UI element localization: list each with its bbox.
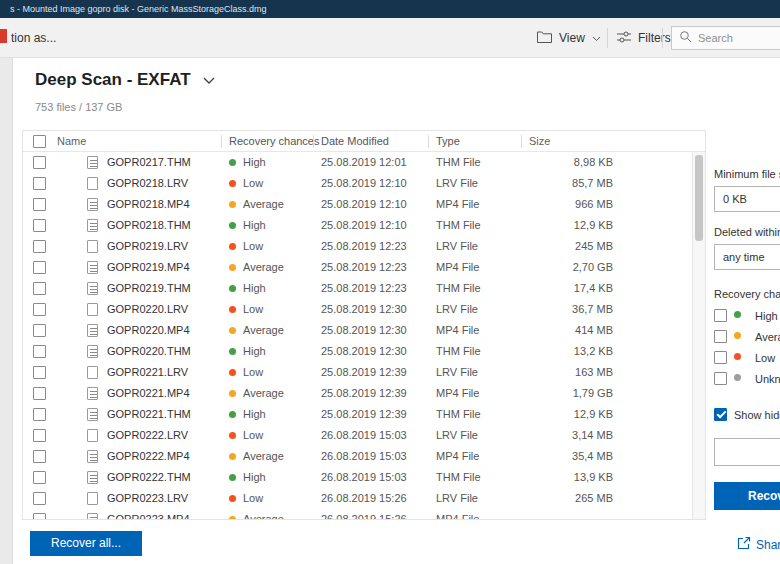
file-size: 12,9 KB [491,215,613,236]
page-title: Deep Scan - EXFAT [35,70,191,90]
media-file-icon [87,324,98,337]
date-modified: 25.08.2019 12:23 [321,236,407,257]
column-header-size[interactable]: Size [529,131,550,152]
table-row[interactable]: GOPR0223.LRVLow26.08.2019 15:26LRV File2… [23,488,692,509]
chance-filter-average[interactable]: Average [714,326,780,347]
row-checkbox[interactable] [33,513,46,519]
chance-filter-list: HighAverageLowUnknown [714,305,780,389]
row-checkbox[interactable] [33,324,46,337]
table-row[interactable]: GOPR0218.THMHigh25.08.2019 12:10THM File… [23,215,692,236]
row-checkbox[interactable] [33,219,46,232]
checkbox[interactable] [714,330,727,343]
search-icon [679,29,692,47]
table-row[interactable]: GOPR0222.LRVLow26.08.2019 15:03LRV File3… [23,425,692,446]
chance-dot [229,411,236,418]
table-row[interactable]: GOPR0219.MP4Average25.08.2019 12:23MP4 F… [23,257,692,278]
row-checkbox[interactable] [33,177,46,190]
search-box[interactable] [671,26,780,50]
chance-dot [229,264,236,271]
date-modified: 25.08.2019 12:23 [321,278,407,299]
row-checkbox[interactable] [33,408,46,421]
table-row[interactable]: GOPR0219.THMHigh25.08.2019 12:23THM File… [23,278,692,299]
row-checkbox[interactable] [33,471,46,484]
view-button[interactable]: View [537,27,601,49]
chance-filter-low[interactable]: Low [714,347,780,368]
column-header-date[interactable]: Date Modified [321,131,389,152]
search-input[interactable] [698,32,778,44]
media-file-icon [87,261,98,274]
table-row[interactable]: GOPR0222.MP4Average26.08.2019 15:03MP4 F… [23,446,692,467]
show-hidden-row[interactable]: Show hidden files [714,404,780,425]
checkbox[interactable] [714,309,727,322]
toolbar: tion as... View Filters [0,18,780,58]
table-row[interactable]: GOPR0221.THMHigh25.08.2019 12:39THM File… [23,404,692,425]
table-row[interactable]: GOPR0221.LRVLow25.08.2019 12:39LRV File1… [23,362,692,383]
row-checkbox[interactable] [33,492,46,505]
row-checkbox[interactable] [33,450,46,463]
scan-title-row[interactable]: Deep Scan - EXFAT [35,70,215,90]
file-name: GOPR0223.MP4 [107,509,190,519]
row-checkbox[interactable] [33,366,46,379]
recover-all-button[interactable]: Recover all... [30,531,142,556]
date-modified: 25.08.2019 12:39 [321,404,407,425]
table-row[interactable]: GOPR0219.LRVLow25.08.2019 12:23LRV File2… [23,236,692,257]
checkbox[interactable] [714,372,727,385]
table-row[interactable]: GOPR0220.THMHigh25.08.2019 12:30THM File… [23,341,692,362]
chance-filter-unknown[interactable]: Unknown [714,368,780,389]
row-checkbox[interactable] [33,261,46,274]
chance-dot [229,474,236,481]
share-link[interactable]: Share [737,536,780,553]
column-header-name[interactable]: Name [57,131,86,152]
chance-dot [734,374,741,381]
row-checkbox[interactable] [33,240,46,253]
row-checkbox[interactable] [33,387,46,400]
date-modified: 25.08.2019 12:23 [321,257,407,278]
recovery-chance: Average [229,383,284,404]
show-hidden-checkbox[interactable] [714,408,727,421]
chance-filter-high[interactable]: High [714,305,780,326]
file-name: GOPR0219.THM [107,278,191,299]
filter-text-input[interactable] [714,438,780,466]
checkbox[interactable] [714,351,727,364]
row-checkbox[interactable] [33,282,46,295]
row-checkbox[interactable] [33,429,46,442]
vertical-scrollbar[interactable] [692,152,705,519]
file-size: 13,9 KB [491,467,613,488]
table-row[interactable]: GOPR0220.MP4Average25.08.2019 12:30MP4 F… [23,320,692,341]
table-row[interactable]: GOPR0220.LRVLow25.08.2019 12:30LRV File3… [23,299,692,320]
table-row[interactable]: GOPR0217.THMHigh25.08.2019 12:01THM File… [23,152,692,173]
chance-dot [229,453,236,460]
min-size-input[interactable] [714,186,780,212]
chance-dot [229,306,236,313]
panel-recover-button[interactable]: Recover [714,482,780,510]
column-header-chance[interactable]: Recovery chances [229,131,320,152]
table-row[interactable]: GOPR0218.LRVLow25.08.2019 12:10LRV File8… [23,173,692,194]
select-all-checkbox[interactable] [33,135,46,148]
show-hidden-label: Show hidden files [734,409,780,421]
file-name: GOPR0218.LRV [107,173,188,194]
file-size: 966 MB [491,194,613,215]
row-checkbox[interactable] [33,156,46,169]
table-row[interactable]: GOPR0223.MP4Average26.08.2019 15:26MP4 F… [23,509,692,519]
file-name: GOPR0220.LRV [107,299,188,320]
chance-filter-label: High [755,310,778,322]
table-row[interactable]: GOPR0222.THMHigh26.08.2019 15:03THM File… [23,467,692,488]
session-label[interactable]: tion as... [11,31,56,45]
recovery-chance: Average [229,194,284,215]
table-row[interactable]: GOPR0221.MP4Average25.08.2019 12:39MP4 F… [23,383,692,404]
file-name: GOPR0218.MP4 [107,194,190,215]
table-row[interactable]: GOPR0218.MP4Average25.08.2019 12:10MP4 F… [23,194,692,215]
row-checkbox[interactable] [33,303,46,316]
chance-dot [229,285,236,292]
date-modified: 25.08.2019 12:10 [321,215,407,236]
chevron-down-icon[interactable] [203,70,215,90]
column-header-type[interactable]: Type [436,131,460,152]
date-modified: 25.08.2019 12:30 [321,299,407,320]
row-checkbox[interactable] [33,198,46,211]
deleted-within-input[interactable] [714,244,780,270]
scrollbar-thumb[interactable] [695,155,703,241]
file-type: THM File [436,215,481,236]
scan-summary: 753 files / 137 GB [35,101,122,113]
row-checkbox[interactable] [33,345,46,358]
chance-dot [734,311,741,318]
